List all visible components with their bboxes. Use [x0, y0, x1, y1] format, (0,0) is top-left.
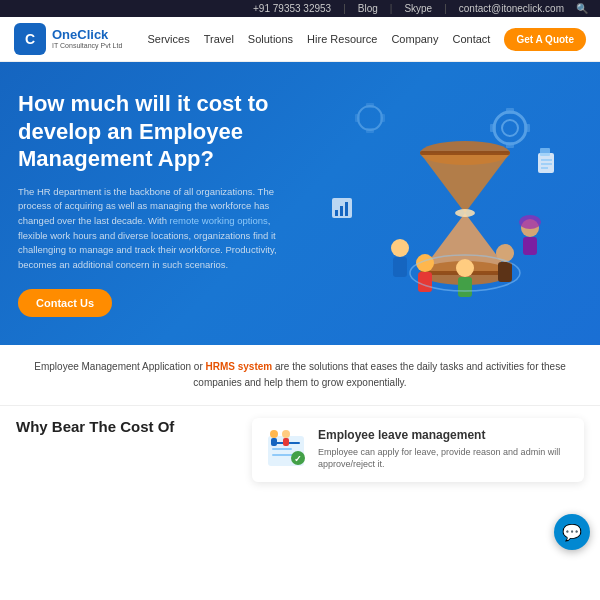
svg-rect-38	[345, 202, 348, 216]
nav-contact[interactable]: Contact	[452, 33, 490, 45]
hero-section: How much will it cost to develop an Empl…	[0, 62, 600, 345]
svg-point-1	[502, 120, 518, 136]
feature-card: ✓ Employee leave management Employee can…	[252, 418, 584, 482]
blog-link[interactable]: Blog	[358, 3, 378, 14]
svg-rect-16	[420, 151, 510, 155]
svg-rect-23	[458, 277, 472, 297]
svg-rect-10	[380, 114, 385, 122]
logo-sub: IT Consultancy Pvt Ltd	[52, 42, 122, 50]
nav-solutions[interactable]: Solutions	[248, 33, 293, 45]
svg-marker-12	[420, 153, 510, 213]
svg-rect-19	[393, 257, 407, 277]
info-section: Employee Management Application or HRMS …	[0, 345, 600, 406]
svg-point-0	[494, 112, 526, 144]
svg-rect-46	[271, 438, 277, 446]
feature-description: Employee can apply for leave, provide re…	[318, 446, 572, 471]
svg-text:✓: ✓	[294, 454, 302, 464]
svg-rect-3	[506, 142, 514, 148]
hrms-link[interactable]: HRMS system	[206, 361, 273, 372]
svg-rect-8	[366, 128, 374, 133]
svg-rect-27	[523, 237, 537, 255]
logo-text: OneClick IT Consultancy Pvt Ltd	[52, 28, 122, 50]
svg-point-6	[358, 106, 382, 130]
hero-image	[298, 93, 582, 313]
hero-title: How much will it cost to develop an Empl…	[18, 90, 298, 173]
svg-rect-37	[340, 206, 343, 216]
why-section: Why Bear The Cost Of	[16, 418, 236, 435]
nav-travel[interactable]: Travel	[204, 33, 234, 45]
nav-hire-resource[interactable]: Hire Resource	[307, 33, 377, 45]
get-quote-button[interactable]: Get A Quote	[504, 28, 586, 51]
svg-point-15	[455, 209, 475, 217]
svg-point-18	[391, 239, 409, 257]
svg-rect-5	[524, 124, 530, 132]
hero-content: How much will it cost to develop an Empl…	[18, 90, 298, 317]
svg-rect-2	[506, 108, 514, 114]
svg-rect-9	[355, 114, 360, 122]
hero-illustration	[320, 98, 560, 308]
svg-rect-25	[498, 262, 512, 282]
search-icon[interactable]: 🔍	[576, 3, 588, 14]
svg-rect-21	[418, 272, 432, 292]
hero-description: The HR department is the backbone of all…	[18, 185, 298, 273]
nav-links: Services Travel Solutions Hire Resource …	[147, 33, 490, 45]
info-text-before: Employee Management Application or	[34, 361, 205, 372]
nav-company[interactable]: Company	[391, 33, 438, 45]
chat-icon: 💬	[562, 523, 582, 542]
svg-rect-48	[283, 438, 289, 446]
logo-area[interactable]: C OneClick IT Consultancy Pvt Ltd	[14, 23, 122, 55]
svg-point-45	[270, 430, 278, 438]
phone-number: +91 79353 32953	[253, 3, 331, 14]
nav-services[interactable]: Services	[147, 33, 189, 45]
svg-point-28	[519, 215, 541, 229]
svg-rect-31	[540, 148, 550, 156]
feature-title: Employee leave management	[318, 428, 572, 442]
skype-link[interactable]: Skype	[404, 3, 432, 14]
top-bar: +91 79353 32953 | Blog | Skype | contact…	[0, 0, 600, 17]
email-link[interactable]: contact@itoneclick.com	[459, 3, 564, 14]
feature-text: Employee leave management Employee can a…	[318, 428, 572, 471]
svg-point-22	[456, 259, 474, 277]
svg-rect-36	[335, 210, 338, 216]
why-title: Why Bear The Cost Of	[16, 418, 236, 435]
bottom-strip: Why Bear The Cost Of ✓ Employee leave ma…	[0, 406, 600, 494]
logo-icon: C	[14, 23, 46, 55]
logo-brand: OneClick	[52, 28, 122, 42]
feature-icon: ✓	[264, 428, 308, 472]
contact-us-button[interactable]: Contact Us	[18, 289, 112, 317]
main-nav: C OneClick IT Consultancy Pvt Ltd Servic…	[0, 17, 600, 62]
svg-rect-41	[272, 448, 292, 450]
remote-link[interactable]: remote working options	[170, 215, 268, 226]
svg-rect-4	[490, 124, 496, 132]
svg-rect-7	[366, 103, 374, 108]
svg-point-47	[282, 430, 290, 438]
chat-fab-button[interactable]: 💬	[554, 514, 590, 550]
